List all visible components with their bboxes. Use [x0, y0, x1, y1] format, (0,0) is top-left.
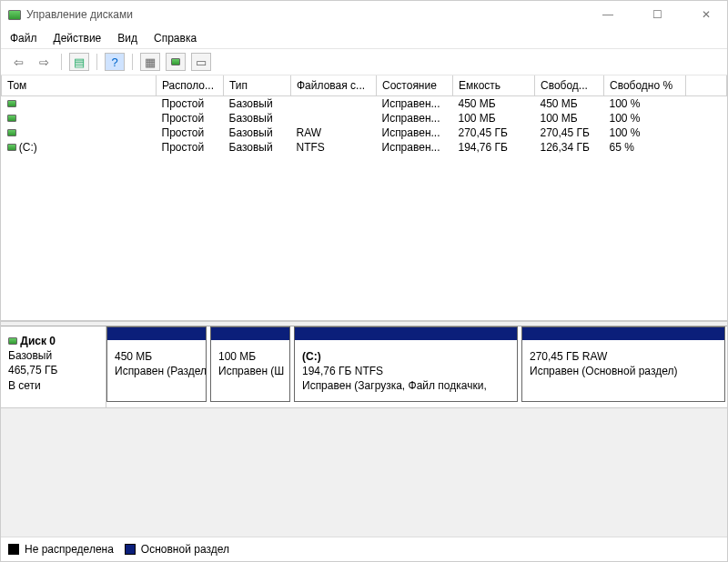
- col-layout[interactable]: Располо...: [157, 75, 224, 96]
- partition-status: Исправен (Основной раздел): [530, 365, 677, 377]
- cell-vol: [2, 125, 157, 140]
- empty-area: [1, 408, 727, 537]
- maximize-button[interactable]: ☐: [643, 8, 671, 21]
- col-filesystem[interactable]: Файловая с...: [291, 75, 377, 96]
- partition-body: 270,45 ГБ RAWИсправен (Основной раздел): [522, 340, 724, 401]
- cell-spacer: [686, 111, 727, 125]
- back-arrow-icon[interactable]: ⇦: [8, 53, 28, 71]
- menu-help[interactable]: Справка: [154, 32, 197, 45]
- partition[interactable]: 450 МБИсправен (Раздел: [106, 326, 207, 402]
- legend-unallocated: Не распределена: [25, 543, 114, 556]
- cell-spacer: [686, 125, 727, 140]
- col-type[interactable]: Тип: [224, 75, 291, 96]
- partitions-strip: 450 МБИсправен (Раздел100 МБИсправен (Ш(…: [106, 326, 727, 407]
- cell-capacity: 194,76 ГБ: [453, 140, 535, 155]
- cell-layout: Простой: [157, 96, 224, 112]
- cell-freepct: 100 %: [604, 125, 686, 140]
- partition-stripe: [522, 327, 724, 340]
- cell-type: Базовый: [224, 140, 291, 155]
- partition-status: Исправен (Ш: [218, 365, 284, 377]
- cell-capacity: 100 МБ: [453, 111, 535, 125]
- titlebar: Управление дисками — ☐ ✕: [1, 1, 727, 28]
- cell-fs: [291, 96, 377, 112]
- cell-vol: [2, 96, 157, 112]
- legend-swatch-primary: [125, 544, 136, 555]
- menu-file[interactable]: Файл: [10, 32, 37, 45]
- cell-fs: [291, 111, 377, 125]
- toolbar-separator: [132, 54, 133, 70]
- cell-fs: NTFS: [291, 140, 377, 155]
- col-free[interactable]: Свобод...: [535, 75, 604, 96]
- partition-status: Исправен (Загрузка, Файл подкачки,: [302, 379, 487, 392]
- legend: Не распределена Основной раздел: [1, 537, 727, 561]
- close-button[interactable]: ✕: [693, 8, 720, 21]
- disk-view-icon[interactable]: [166, 53, 186, 71]
- partition[interactable]: 100 МБИсправен (Ш: [210, 326, 290, 402]
- cell-capacity: 270,45 ГБ: [453, 125, 535, 140]
- cell-layout: Простой: [157, 111, 224, 125]
- table-row[interactable]: ПростойБазовыйRAWИсправен...270,45 ГБ270…: [2, 125, 727, 140]
- cell-status: Исправен...: [377, 125, 453, 140]
- menu-action[interactable]: Действие: [54, 32, 102, 45]
- app-icon: [8, 10, 21, 20]
- table-row[interactable]: ПростойБазовыйИсправен...100 МБ100 МБ100…: [2, 111, 727, 125]
- disk-icon: [8, 337, 17, 345]
- partition-status: Исправен (Раздел: [115, 365, 206, 377]
- cell-status: Исправен...: [377, 111, 453, 125]
- cell-freepct: 100 %: [604, 96, 686, 112]
- volume-icon: [7, 100, 16, 107]
- list-view-icon[interactable]: ▤: [69, 53, 89, 71]
- partition-stripe: [211, 327, 289, 340]
- forward-arrow-icon[interactable]: ⇨: [34, 53, 54, 71]
- cell-layout: Простой: [157, 125, 224, 140]
- cell-vol: [2, 111, 157, 125]
- cell-capacity: 450 МБ: [453, 96, 535, 112]
- partition-body: 450 МБИсправен (Раздел: [107, 340, 206, 401]
- partition-stripe: [107, 327, 206, 340]
- disk-info[interactable]: Диск 0 Базовый 465,75 ГБ В сети: [1, 326, 106, 407]
- cell-freepct: 65 %: [604, 140, 686, 155]
- partition-size: 194,76 ГБ NTFS: [302, 365, 383, 377]
- volume-icon: [7, 144, 16, 151]
- cell-type: Базовый: [224, 96, 291, 112]
- col-capacity[interactable]: Емкость: [453, 75, 535, 96]
- disk-name: Диск 0: [20, 335, 56, 347]
- cell-freepct: 100 %: [604, 111, 686, 125]
- disk-status: В сети: [8, 379, 41, 392]
- cell-type: Базовый: [224, 111, 291, 125]
- minimize-button[interactable]: —: [594, 8, 622, 21]
- partition-size: 270,45 ГБ RAW: [530, 350, 607, 363]
- col-status[interactable]: Состояние: [377, 75, 453, 96]
- col-spacer: [686, 75, 727, 96]
- menu-view[interactable]: Вид: [117, 32, 137, 45]
- col-freepct[interactable]: Свободно %: [604, 75, 686, 96]
- disk-map: Диск 0 Базовый 465,75 ГБ В сети 450 МБИс…: [1, 326, 727, 408]
- partition-body: (C:)194,76 ГБ NTFSИсправен (Загрузка, Фа…: [295, 340, 517, 401]
- table-row[interactable]: (C:)ПростойБазовыйNTFSИсправен...194,76 …: [2, 140, 727, 155]
- grid-view-icon[interactable]: ▦: [140, 53, 160, 71]
- legend-swatch-unallocated: [8, 544, 19, 555]
- cell-free: 450 МБ: [535, 96, 604, 112]
- partition[interactable]: 270,45 ГБ RAWИсправен (Основной раздел): [521, 326, 725, 402]
- cell-vol: (C:): [2, 140, 157, 155]
- cell-fs: RAW: [291, 125, 377, 140]
- help-icon[interactable]: ?: [105, 53, 125, 71]
- detail-view-icon[interactable]: ▭: [191, 53, 211, 71]
- partition[interactable]: (C:)194,76 ГБ NTFSИсправен (Загрузка, Фа…: [294, 326, 518, 402]
- window-title: Управление дисками: [26, 8, 594, 21]
- cell-status: Исправен...: [377, 140, 453, 155]
- toolbar-separator: [61, 54, 62, 70]
- column-headers: Том Располо... Тип Файловая с... Состоян…: [2, 75, 727, 96]
- table-row[interactable]: ПростойБазовыйИсправен...450 МБ450 МБ100…: [2, 96, 727, 112]
- cell-free: 100 МБ: [535, 111, 604, 125]
- partition-label: (C:): [302, 350, 321, 363]
- volume-icon: [7, 129, 16, 136]
- cell-free: 270,45 ГБ: [535, 125, 604, 140]
- toolbar-separator: [96, 54, 97, 70]
- partition-stripe: [295, 327, 517, 340]
- disk-type: Базовый: [8, 349, 52, 362]
- cell-type: Базовый: [224, 125, 291, 140]
- volume-label: (C:): [16, 141, 37, 154]
- col-volume[interactable]: Том: [2, 75, 157, 96]
- cell-status: Исправен...: [377, 96, 453, 112]
